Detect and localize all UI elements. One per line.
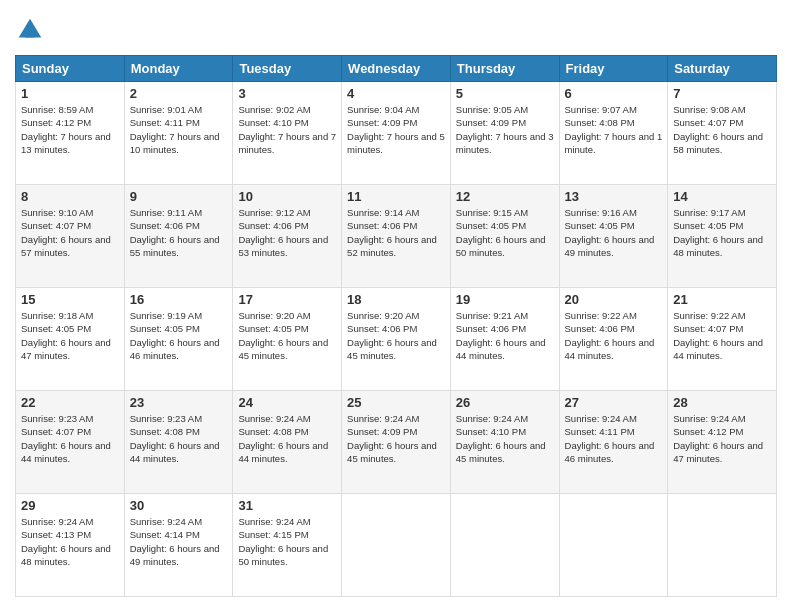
calendar-cell: 25Sunrise: 9:24 AMSunset: 4:09 PMDayligh… — [342, 391, 451, 494]
calendar-cell: 22Sunrise: 9:23 AMSunset: 4:07 PMDayligh… — [16, 391, 125, 494]
calendar-cell: 26Sunrise: 9:24 AMSunset: 4:10 PMDayligh… — [450, 391, 559, 494]
day-number: 17 — [238, 292, 336, 307]
logo — [15, 15, 49, 45]
day-info: Sunrise: 9:24 AMSunset: 4:14 PMDaylight:… — [130, 515, 228, 568]
day-number: 2 — [130, 86, 228, 101]
day-info: Sunrise: 9:18 AMSunset: 4:05 PMDaylight:… — [21, 309, 119, 362]
calendar-day-header: Tuesday — [233, 56, 342, 82]
calendar-cell: 6Sunrise: 9:07 AMSunset: 4:08 PMDaylight… — [559, 82, 668, 185]
calendar-day-header: Wednesday — [342, 56, 451, 82]
day-number: 18 — [347, 292, 445, 307]
calendar-cell: 19Sunrise: 9:21 AMSunset: 4:06 PMDayligh… — [450, 288, 559, 391]
day-info: Sunrise: 9:17 AMSunset: 4:05 PMDaylight:… — [673, 206, 771, 259]
calendar-cell: 18Sunrise: 9:20 AMSunset: 4:06 PMDayligh… — [342, 288, 451, 391]
day-info: Sunrise: 9:02 AMSunset: 4:10 PMDaylight:… — [238, 103, 336, 156]
calendar-week-row: 22Sunrise: 9:23 AMSunset: 4:07 PMDayligh… — [16, 391, 777, 494]
day-info: Sunrise: 9:14 AMSunset: 4:06 PMDaylight:… — [347, 206, 445, 259]
svg-rect-1 — [26, 34, 35, 38]
day-number: 29 — [21, 498, 119, 513]
calendar-cell: 5Sunrise: 9:05 AMSunset: 4:09 PMDaylight… — [450, 82, 559, 185]
day-info: Sunrise: 9:15 AMSunset: 4:05 PMDaylight:… — [456, 206, 554, 259]
day-info: Sunrise: 9:16 AMSunset: 4:05 PMDaylight:… — [565, 206, 663, 259]
calendar-cell — [559, 494, 668, 597]
day-info: Sunrise: 9:24 AMSunset: 4:08 PMDaylight:… — [238, 412, 336, 465]
calendar-cell: 10Sunrise: 9:12 AMSunset: 4:06 PMDayligh… — [233, 185, 342, 288]
day-number: 10 — [238, 189, 336, 204]
calendar-week-row: 29Sunrise: 9:24 AMSunset: 4:13 PMDayligh… — [16, 494, 777, 597]
day-info: Sunrise: 9:10 AMSunset: 4:07 PMDaylight:… — [21, 206, 119, 259]
day-number: 12 — [456, 189, 554, 204]
day-info: Sunrise: 9:24 AMSunset: 4:10 PMDaylight:… — [456, 412, 554, 465]
day-number: 20 — [565, 292, 663, 307]
calendar-cell: 1Sunrise: 8:59 AMSunset: 4:12 PMDaylight… — [16, 82, 125, 185]
day-number: 11 — [347, 189, 445, 204]
calendar-cell: 11Sunrise: 9:14 AMSunset: 4:06 PMDayligh… — [342, 185, 451, 288]
day-number: 1 — [21, 86, 119, 101]
day-number: 27 — [565, 395, 663, 410]
calendar-cell — [450, 494, 559, 597]
calendar-cell: 14Sunrise: 9:17 AMSunset: 4:05 PMDayligh… — [668, 185, 777, 288]
day-number: 8 — [21, 189, 119, 204]
day-info: Sunrise: 9:22 AMSunset: 4:07 PMDaylight:… — [673, 309, 771, 362]
calendar-week-row: 15Sunrise: 9:18 AMSunset: 4:05 PMDayligh… — [16, 288, 777, 391]
day-info: Sunrise: 9:01 AMSunset: 4:11 PMDaylight:… — [130, 103, 228, 156]
calendar-cell: 8Sunrise: 9:10 AMSunset: 4:07 PMDaylight… — [16, 185, 125, 288]
day-number: 22 — [21, 395, 119, 410]
day-number: 7 — [673, 86, 771, 101]
calendar-cell: 28Sunrise: 9:24 AMSunset: 4:12 PMDayligh… — [668, 391, 777, 494]
day-info: Sunrise: 9:24 AMSunset: 4:11 PMDaylight:… — [565, 412, 663, 465]
day-number: 16 — [130, 292, 228, 307]
day-number: 23 — [130, 395, 228, 410]
calendar-cell — [668, 494, 777, 597]
day-info: Sunrise: 9:22 AMSunset: 4:06 PMDaylight:… — [565, 309, 663, 362]
day-info: Sunrise: 9:20 AMSunset: 4:05 PMDaylight:… — [238, 309, 336, 362]
calendar-cell: 24Sunrise: 9:24 AMSunset: 4:08 PMDayligh… — [233, 391, 342, 494]
day-info: Sunrise: 9:12 AMSunset: 4:06 PMDaylight:… — [238, 206, 336, 259]
day-number: 4 — [347, 86, 445, 101]
calendar-cell: 20Sunrise: 9:22 AMSunset: 4:06 PMDayligh… — [559, 288, 668, 391]
calendar-cell: 29Sunrise: 9:24 AMSunset: 4:13 PMDayligh… — [16, 494, 125, 597]
day-number: 31 — [238, 498, 336, 513]
day-number: 26 — [456, 395, 554, 410]
day-number: 13 — [565, 189, 663, 204]
day-info: Sunrise: 9:05 AMSunset: 4:09 PMDaylight:… — [456, 103, 554, 156]
logo-icon — [15, 15, 45, 45]
calendar-cell: 3Sunrise: 9:02 AMSunset: 4:10 PMDaylight… — [233, 82, 342, 185]
calendar-cell: 9Sunrise: 9:11 AMSunset: 4:06 PMDaylight… — [124, 185, 233, 288]
calendar-cell: 23Sunrise: 9:23 AMSunset: 4:08 PMDayligh… — [124, 391, 233, 494]
calendar-cell: 7Sunrise: 9:08 AMSunset: 4:07 PMDaylight… — [668, 82, 777, 185]
day-info: Sunrise: 9:19 AMSunset: 4:05 PMDaylight:… — [130, 309, 228, 362]
calendar-week-row: 8Sunrise: 9:10 AMSunset: 4:07 PMDaylight… — [16, 185, 777, 288]
calendar-header-row: SundayMondayTuesdayWednesdayThursdayFrid… — [16, 56, 777, 82]
day-number: 19 — [456, 292, 554, 307]
day-number: 14 — [673, 189, 771, 204]
calendar-day-header: Friday — [559, 56, 668, 82]
header — [15, 15, 777, 45]
day-number: 30 — [130, 498, 228, 513]
day-info: Sunrise: 9:24 AMSunset: 4:13 PMDaylight:… — [21, 515, 119, 568]
day-number: 3 — [238, 86, 336, 101]
day-info: Sunrise: 9:23 AMSunset: 4:08 PMDaylight:… — [130, 412, 228, 465]
calendar-day-header: Monday — [124, 56, 233, 82]
calendar-cell: 16Sunrise: 9:19 AMSunset: 4:05 PMDayligh… — [124, 288, 233, 391]
day-info: Sunrise: 9:04 AMSunset: 4:09 PMDaylight:… — [347, 103, 445, 156]
day-number: 15 — [21, 292, 119, 307]
calendar-cell: 13Sunrise: 9:16 AMSunset: 4:05 PMDayligh… — [559, 185, 668, 288]
day-info: Sunrise: 9:07 AMSunset: 4:08 PMDaylight:… — [565, 103, 663, 156]
calendar-cell: 15Sunrise: 9:18 AMSunset: 4:05 PMDayligh… — [16, 288, 125, 391]
day-info: Sunrise: 9:11 AMSunset: 4:06 PMDaylight:… — [130, 206, 228, 259]
calendar-cell: 27Sunrise: 9:24 AMSunset: 4:11 PMDayligh… — [559, 391, 668, 494]
calendar-day-header: Thursday — [450, 56, 559, 82]
calendar-cell: 12Sunrise: 9:15 AMSunset: 4:05 PMDayligh… — [450, 185, 559, 288]
calendar-day-header: Sunday — [16, 56, 125, 82]
calendar-table: SundayMondayTuesdayWednesdayThursdayFrid… — [15, 55, 777, 597]
calendar-week-row: 1Sunrise: 8:59 AMSunset: 4:12 PMDaylight… — [16, 82, 777, 185]
calendar-cell: 17Sunrise: 9:20 AMSunset: 4:05 PMDayligh… — [233, 288, 342, 391]
day-info: Sunrise: 9:24 AMSunset: 4:15 PMDaylight:… — [238, 515, 336, 568]
day-number: 5 — [456, 86, 554, 101]
day-info: Sunrise: 9:24 AMSunset: 4:12 PMDaylight:… — [673, 412, 771, 465]
calendar-cell: 21Sunrise: 9:22 AMSunset: 4:07 PMDayligh… — [668, 288, 777, 391]
calendar-day-header: Saturday — [668, 56, 777, 82]
calendar-cell: 4Sunrise: 9:04 AMSunset: 4:09 PMDaylight… — [342, 82, 451, 185]
day-number: 28 — [673, 395, 771, 410]
